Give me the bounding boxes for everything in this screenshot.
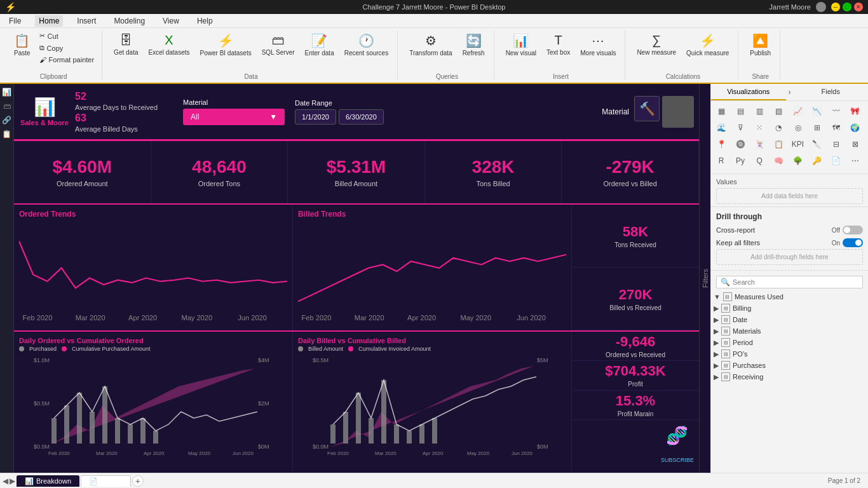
keep-filters-toggle[interactable] <box>843 238 863 247</box>
date-start-button[interactable]: 1/1/2020 <box>295 109 336 125</box>
field-pos[interactable]: ▶ ⊟ PO's <box>711 348 868 360</box>
fields-search-input[interactable] <box>733 278 858 286</box>
viz-r[interactable]: R <box>714 153 729 168</box>
kpi-tons-billed: 328K Tons Billed <box>425 141 562 203</box>
paste-icon: 📋 <box>14 33 30 48</box>
report-view-icon[interactable]: 📊 <box>1 86 13 98</box>
cross-report-toggle[interactable] <box>843 226 863 234</box>
tab-page1[interactable]: 📄 Page 1 <box>81 475 131 487</box>
menu-view[interactable]: View <box>159 15 183 27</box>
viz-gauge[interactable]: 🔘 <box>733 137 748 152</box>
stat-1-label: Average Days to Received <box>75 104 158 111</box>
menu-file[interactable]: File <box>5 15 25 27</box>
get-data-button[interactable]: 🗄 Get data <box>110 30 142 58</box>
viz-stacked-bar-h[interactable]: ▥ <box>752 104 767 119</box>
viz-qna[interactable]: Q <box>752 153 767 168</box>
format-painter-button[interactable]: 🖌 Format painter <box>37 55 97 65</box>
menu-insert[interactable]: Insert <box>73 15 100 27</box>
viz-table[interactable]: ⊟ <box>829 137 844 152</box>
menu-modeling[interactable]: Modeling <box>110 15 149 27</box>
viz-stacked-bar[interactable]: ▦ <box>714 104 729 119</box>
nav-right-icon[interactable]: ▶ <box>10 477 15 485</box>
viz-azure-map[interactable]: 📍 <box>714 137 729 152</box>
viz-matrix[interactable]: ⊠ <box>848 137 863 152</box>
quick-measure-button[interactable]: ⚡ Quick measure <box>682 30 733 59</box>
excel-button[interactable]: X Excel datasets <box>144 30 193 58</box>
viz-area[interactable]: 📉 <box>810 104 825 119</box>
viz-decomp[interactable]: 🌳 <box>790 153 806 168</box>
viz-line[interactable]: 📈 <box>790 104 806 119</box>
expand-panel-button[interactable]: › <box>786 84 794 100</box>
maximize-button[interactable]: □ <box>843 3 851 11</box>
viz-card[interactable]: 🃏 <box>752 137 767 152</box>
minimize-button[interactable]: ─ <box>831 3 840 11</box>
field-measures-used[interactable]: ▼ ⊟ Measures Used <box>711 291 868 302</box>
menu-home[interactable]: Home <box>35 15 63 27</box>
viz-filled-map[interactable]: 🌍 <box>848 120 863 135</box>
field-receiving[interactable]: ▶ ⊟ Receiving <box>711 371 868 383</box>
field-table-icon-billing: ⊟ <box>721 304 730 313</box>
ribbon-clipboard-group: 📋 Paste ✂ Cut ⧉ Copy 🖌 Format painter Cl… <box>5 30 102 80</box>
new-measure-button[interactable]: ∑ New measure <box>633 30 680 58</box>
field-billing[interactable]: ▶ ⊟ Billing <box>711 302 868 314</box>
refresh-button[interactable]: 🔄 Refresh <box>459 30 489 59</box>
viz-smart[interactable]: 🧠 <box>771 153 786 168</box>
viz-clustered-bar-h[interactable]: ▧ <box>771 104 786 119</box>
insert-buttons: 📊 New visual T Text box ⋯ More visuals <box>502 30 620 71</box>
field-materials[interactable]: ▶ ⊟ Materials <box>711 325 868 337</box>
viz-ribbon[interactable]: 🎀 <box>848 104 863 119</box>
viz-pie[interactable]: ◔ <box>771 120 786 135</box>
transform-data-button[interactable]: ⚙ Transform data <box>405 30 456 59</box>
new-visual-button[interactable]: 📊 New visual <box>502 30 540 59</box>
text-box-button[interactable]: T Text box <box>543 30 574 58</box>
subscribe-icon[interactable]: 🧬SUBSCRIBE <box>661 425 694 466</box>
viz-treemap[interactable]: ⊞ <box>810 120 825 135</box>
model-view-icon[interactable]: 🔗 <box>1 114 13 126</box>
publish-button[interactable]: 🔼 Publish <box>746 30 775 59</box>
cut-button[interactable]: ✂ Cut <box>37 30 97 41</box>
viz-key[interactable]: 🔑 <box>810 153 825 168</box>
add-drill-field-box[interactable]: Add drill-through fields here <box>716 249 863 265</box>
fields-tab[interactable]: Fields <box>794 84 869 100</box>
enter-data-button[interactable]: 📝 Enter data <box>301 30 338 59</box>
viz-line-cluster[interactable]: 〰 <box>829 104 844 119</box>
material-dropdown[interactable]: All ▼ <box>183 109 285 125</box>
viz-clustered-bar[interactable]: ▤ <box>733 104 748 119</box>
powerbi-datasets-button[interactable]: ⚡ Power BI datasets <box>196 30 255 59</box>
svg-text:Apr 2020: Apr 2020 <box>407 314 436 322</box>
viz-waterfall[interactable]: 🌊 <box>714 120 729 135</box>
paste-button[interactable]: 📋 Paste <box>10 30 34 59</box>
add-data-field-box[interactable]: Add data fields here <box>716 188 863 204</box>
close-button[interactable]: ✕ <box>854 3 863 11</box>
more-visuals-button[interactable]: ⋯ More visuals <box>576 30 620 59</box>
svg-text:Apr 2020: Apr 2020 <box>144 451 165 456</box>
field-period[interactable]: ▶ ⊟ Period <box>711 337 868 348</box>
menu-help[interactable]: Help <box>193 15 217 27</box>
viz-donut[interactable]: ◎ <box>790 120 806 135</box>
sql-button[interactable]: 🗃 SQL Server <box>258 30 299 58</box>
hammer-icon[interactable]: 🔨 <box>634 96 660 121</box>
visualizations-tab[interactable]: Visualizations <box>711 84 786 100</box>
dax-query-icon[interactable]: 📋 <box>1 128 13 140</box>
data-view-icon[interactable]: 🗃 <box>1 100 13 112</box>
viz-python[interactable]: Py <box>733 153 748 168</box>
copy-button[interactable]: ⧉ Copy <box>37 43 97 53</box>
field-date[interactable]: ▶ ⊟ Date <box>711 314 868 325</box>
kpi-ordered-vs-billed-value: -279K <box>606 157 654 177</box>
nav-left-icon[interactable]: ◀ <box>3 477 8 485</box>
fields-search-box[interactable]: 🔍 <box>716 276 863 288</box>
field-purchases[interactable]: ▶ ⊟ Purchases <box>711 360 868 371</box>
viz-paginated[interactable]: 📄 <box>829 153 844 168</box>
viz-kpi[interactable]: KPI <box>790 137 806 152</box>
tab-add-button[interactable]: + <box>132 475 144 487</box>
viz-funnel[interactable]: ⊽ <box>733 120 748 135</box>
recent-sources-button[interactable]: 🕐 Recent sources <box>341 30 392 59</box>
viz-slicer[interactable]: 🔪 <box>810 137 825 152</box>
svg-rect-22 <box>115 418 120 444</box>
viz-multi-card[interactable]: 📋 <box>771 137 786 152</box>
viz-scatter[interactable]: ⁙ <box>752 120 767 135</box>
viz-more[interactable]: ⋯ <box>848 153 863 168</box>
viz-map[interactable]: 🗺 <box>829 120 844 135</box>
date-end-button[interactable]: 6/30/2020 <box>339 109 384 125</box>
tab-breakdown[interactable]: 📊 Breakdown <box>17 475 79 487</box>
